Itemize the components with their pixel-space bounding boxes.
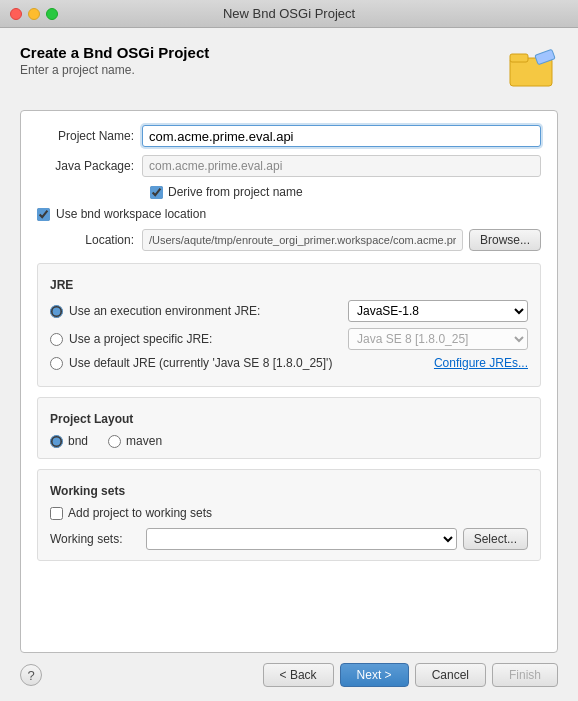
location-label: Location: <box>37 233 142 247</box>
derive-checkbox-row: Derive from project name <box>150 185 541 199</box>
jre-option1-row: Use an execution environment JRE: JavaSE… <box>50 300 528 322</box>
jre-section-title: JRE <box>50 278 528 292</box>
working-sets-label: Working sets: <box>50 532 140 546</box>
bottom-bar: ? < Back Next > Cancel Finish <box>20 653 558 691</box>
project-layout-section: Project Layout bnd maven <box>37 397 541 459</box>
layout-maven-radio[interactable] <box>108 435 121 448</box>
wizard-icon <box>508 44 558 94</box>
jre-section: JRE Use an execution environment JRE: Ja… <box>37 263 541 387</box>
derive-checkbox[interactable] <box>150 186 163 199</box>
java-package-input[interactable] <box>142 155 541 177</box>
location-row: Location: Browse... <box>37 229 541 251</box>
header-subtitle: Enter a project name. <box>20 63 209 77</box>
working-sets-section: Working sets Add project to working sets… <box>37 469 541 561</box>
cancel-button[interactable]: Cancel <box>415 663 486 687</box>
java-package-row: Java Package: <box>37 155 541 177</box>
configure-jres-link[interactable]: Configure JREs... <box>434 356 528 370</box>
finish-button[interactable]: Finish <box>492 663 558 687</box>
close-button[interactable] <box>10 8 22 20</box>
jre-option2-radio[interactable] <box>50 333 63 346</box>
header: Create a Bnd OSGi Project Enter a projec… <box>20 44 558 94</box>
add-working-sets-label[interactable]: Add project to working sets <box>68 506 212 520</box>
jre-option3-radio[interactable] <box>50 357 63 370</box>
working-sets-input-row: Working sets: Select... <box>50 528 528 550</box>
jre-option1-radio[interactable] <box>50 305 63 318</box>
minimize-button[interactable] <box>28 8 40 20</box>
project-name-input[interactable] <box>142 125 541 147</box>
window-title: New Bnd OSGi Project <box>223 6 355 21</box>
layout-bnd-label[interactable]: bnd <box>68 434 88 448</box>
java-package-label: Java Package: <box>37 159 142 173</box>
jre-option3-row: Use default JRE (currently 'Java SE 8 [1… <box>50 356 528 370</box>
main-content: Create a Bnd OSGi Project Enter a projec… <box>0 28 578 701</box>
nav-buttons: < Back Next > Cancel Finish <box>263 663 558 687</box>
derive-checkbox-label[interactable]: Derive from project name <box>168 185 303 199</box>
jre-option1-label[interactable]: Use an execution environment JRE: <box>69 304 348 318</box>
help-button[interactable]: ? <box>20 664 42 686</box>
jre-option3-label[interactable]: Use default JRE (currently 'Java SE 8 [1… <box>69 356 434 370</box>
header-title: Create a Bnd OSGi Project <box>20 44 209 61</box>
project-name-row: Project Name: <box>37 125 541 147</box>
browse-button[interactable]: Browse... <box>469 229 541 251</box>
working-sets-select[interactable] <box>146 528 457 550</box>
svg-rect-1 <box>510 54 528 62</box>
working-sets-title: Working sets <box>50 484 528 498</box>
next-button[interactable]: Next > <box>340 663 409 687</box>
window-controls[interactable] <box>10 8 58 20</box>
add-working-sets-row: Add project to working sets <box>50 506 528 520</box>
layout-bnd-option: bnd <box>50 434 88 448</box>
workspace-row: Use bnd workspace location <box>37 207 541 221</box>
jre-option2-select[interactable]: Java SE 8 [1.8.0_25] <box>348 328 528 350</box>
header-text: Create a Bnd OSGi Project Enter a projec… <box>20 44 209 77</box>
jre-option2-row: Use a project specific JRE: Java SE 8 [1… <box>50 328 528 350</box>
select-button[interactable]: Select... <box>463 528 528 550</box>
location-input[interactable] <box>142 229 463 251</box>
layout-radios: bnd maven <box>50 434 528 448</box>
project-layout-title: Project Layout <box>50 412 528 426</box>
jre-option2-label[interactable]: Use a project specific JRE: <box>69 332 348 346</box>
titlebar: New Bnd OSGi Project <box>0 0 578 28</box>
layout-maven-option: maven <box>108 434 162 448</box>
form-area: Project Name: Java Package: Derive from … <box>20 110 558 653</box>
workspace-checkbox[interactable] <box>37 208 50 221</box>
layout-maven-label[interactable]: maven <box>126 434 162 448</box>
workspace-checkbox-label[interactable]: Use bnd workspace location <box>56 207 206 221</box>
jre-option1-select[interactable]: JavaSE-1.8 JavaSE-11 JavaSE-17 <box>348 300 528 322</box>
back-button[interactable]: < Back <box>263 663 334 687</box>
project-name-label: Project Name: <box>37 129 142 143</box>
layout-bnd-radio[interactable] <box>50 435 63 448</box>
maximize-button[interactable] <box>46 8 58 20</box>
add-working-sets-checkbox[interactable] <box>50 507 63 520</box>
